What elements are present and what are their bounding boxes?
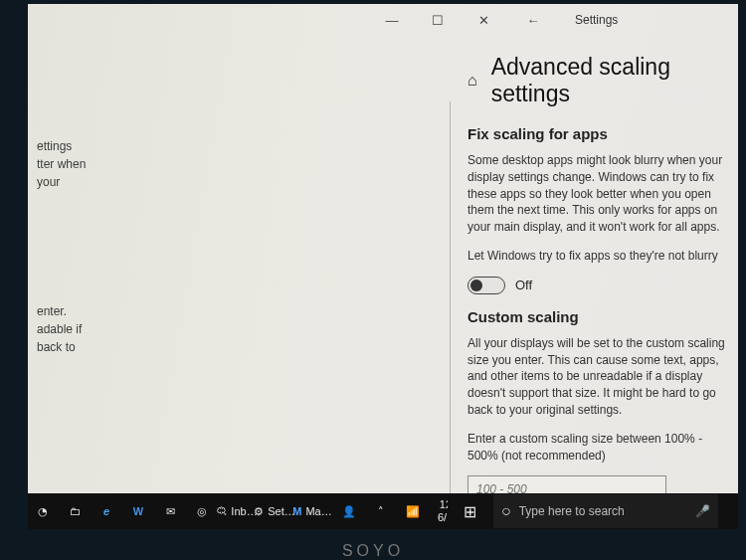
taskbar-left: ◔ 🗀 e W ✉ ◎ 🗬Inb… ⚙Set… MMa… 👤 ˄ 📶 12:31…	[28, 493, 448, 529]
cropped-text-2: enter. adable if back to	[37, 302, 82, 356]
taskbar-app-inbox[interactable]: 🗬Inb…	[219, 493, 255, 529]
fix-scaling-toggle[interactable]: Off	[467, 277, 738, 294]
custom-scaling-heading: Custom scaling	[467, 308, 738, 325]
page-title: Advanced scaling settings	[491, 54, 738, 107]
file-explorer-icon[interactable]: 🗀	[60, 493, 90, 529]
app-title: Settings	[575, 13, 618, 27]
custom-scaling-body: All your displays will be set to the cus…	[467, 335, 736, 419]
toggle-track[interactable]	[467, 277, 505, 294]
chrome-icon[interactable]: ◔	[28, 493, 58, 529]
fix-scaling-heading: Fix scaling for apps	[467, 125, 738, 142]
minimize-button[interactable]: —	[376, 4, 408, 36]
mail-icon[interactable]: ✉	[155, 493, 185, 529]
settings-content: ⌂ Advanced scaling settings Fix scaling …	[460, 42, 738, 529]
close-button[interactable]: ✕	[467, 4, 499, 36]
word-icon[interactable]: W	[123, 493, 153, 529]
titlebar: — ☐ ✕ ← Settings	[28, 4, 738, 36]
start-button[interactable]: ⊞	[448, 493, 491, 529]
edge-icon[interactable]: e	[92, 493, 121, 529]
taskbar-app-settings[interactable]: ⚙Set…	[257, 493, 292, 529]
toggle-thumb	[470, 280, 482, 291]
toggle-state: Off	[515, 278, 532, 292]
desktop-screen: — ☐ ✕ ← Settings ettings tter when your …	[28, 4, 738, 529]
network-icon[interactable]: 📶	[398, 493, 428, 529]
fix-scaling-toggle-label: Let Windows try to fix apps so they're n…	[467, 248, 736, 265]
taskbar-right: ⊞ ○ Type here to search 🎤	[448, 493, 738, 529]
people-icon[interactable]: 👤	[334, 493, 364, 529]
search-placeholder: Type here to search	[519, 504, 625, 518]
taskbar-app-malwarebytes[interactable]: MMa…	[294, 493, 330, 529]
cropped-text-1: ettings tter when your	[37, 137, 86, 191]
monitor-bezel-label: SOYO	[0, 542, 746, 560]
home-icon[interactable]: ⌂	[467, 72, 477, 90]
cortana-icon: ○	[501, 502, 511, 520]
search-box[interactable]: ○ Type here to search 🎤	[493, 494, 718, 528]
maximize-button[interactable]: ☐	[422, 4, 454, 36]
fix-scaling-body: Some desktop apps might look blurry when…	[467, 152, 736, 236]
custom-scaling-prompt: Enter a custom scaling size between 100%…	[467, 431, 736, 465]
tray-up-icon[interactable]: ˄	[366, 493, 396, 529]
back-button[interactable]: ←	[517, 4, 549, 36]
app-icon[interactable]: ◎	[187, 493, 217, 529]
mic-icon[interactable]: 🎤	[695, 504, 710, 518]
divider	[450, 101, 451, 503]
